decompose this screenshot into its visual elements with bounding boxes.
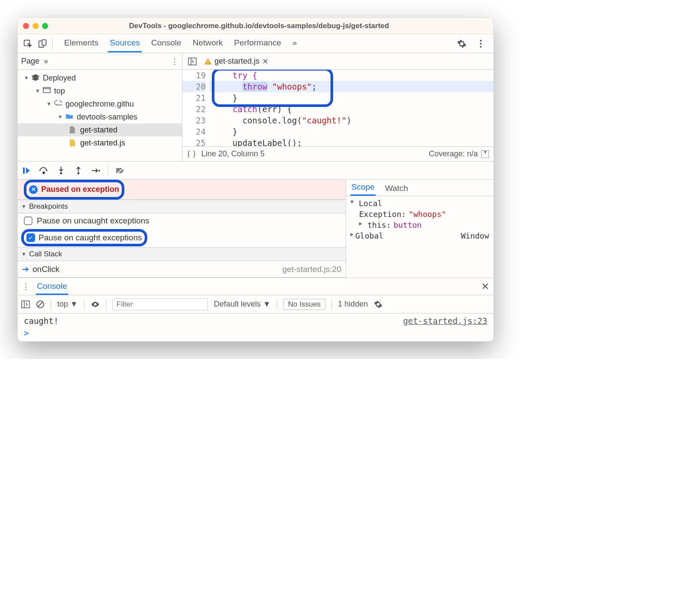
tree-origin[interactable]: ▼googlechrome.githu: [18, 97, 182, 110]
svg-rect-10: [207, 60, 208, 62]
console-sidebar-toggle-icon[interactable]: [21, 300, 30, 308]
tab-elements[interactable]: Elements: [62, 35, 100, 52]
console-filter-input[interactable]: [113, 298, 208, 310]
watch-tab[interactable]: Watch: [384, 181, 409, 196]
paused-status-icon: ✕: [29, 185, 38, 194]
context-selector[interactable]: top ▼: [57, 300, 78, 309]
editor-tab-file[interactable]: get-started.js ✕: [204, 57, 269, 66]
svg-point-15: [78, 172, 80, 174]
svg-rect-18: [22, 301, 29, 308]
drawer-close-icon[interactable]: ✕: [481, 281, 489, 295]
close-window-icon[interactable]: [23, 23, 29, 29]
inspect-element-icon[interactable]: [22, 38, 33, 49]
navigator-pane: Page » ⋮ ▼Deployed ▼top ▼googlechrome.gi…: [18, 53, 182, 161]
coverage-label: Coverage: n/a: [429, 149, 478, 158]
tab-sources[interactable]: Sources: [108, 35, 142, 52]
scope-this[interactable]: ▶this: button: [346, 220, 493, 230]
zoom-window-icon[interactable]: [42, 23, 48, 29]
tab-network[interactable]: Network: [191, 35, 225, 52]
drawer-console-tab[interactable]: Console: [36, 279, 68, 295]
annotation-paused: ✕ Paused on exception: [24, 180, 124, 200]
step-over-icon[interactable]: [39, 165, 49, 176]
code-editor[interactable]: 19 20 21 22 23 24 25 try { throw "whoops…: [182, 70, 493, 146]
pause-caught-label[interactable]: Pause on caught exceptions: [39, 233, 142, 242]
minimize-window-icon[interactable]: [32, 23, 39, 29]
drawer-menu-icon[interactable]: ⋮: [22, 282, 30, 295]
pretty-print-icon[interactable]: { }: [187, 149, 196, 158]
scope-local[interactable]: ▼Local: [346, 198, 493, 209]
deactivate-breakpoints-icon[interactable]: [115, 165, 126, 176]
coverage-toggle-icon[interactable]: ▼: [481, 150, 489, 158]
svg-point-4: [480, 43, 482, 45]
tree-file-js[interactable]: get-started.js: [18, 136, 182, 149]
devtools-window: DevTools - googlechrome.github.io/devtoo…: [17, 17, 494, 342]
cursor-position: Line 20, Column 5: [201, 149, 265, 158]
debugger-toolbar: [18, 162, 493, 180]
titlebar: DevTools - googlechrome.github.io/devtoo…: [18, 18, 493, 34]
no-issues-button[interactable]: No Issues: [283, 299, 326, 310]
drawer-tabs: ⋮ Console ✕: [18, 278, 493, 295]
console-toolbar: top ▼ Default levels ▼ No Issues 1 hidde…: [18, 295, 493, 313]
pause-uncaught-checkbox[interactable]: Pause on uncaught exceptions: [18, 213, 346, 228]
console-log-source-link[interactable]: get-started.js:23: [403, 316, 487, 326]
checkbox-unchecked-icon: [24, 216, 32, 225]
hidden-count: 1 hidden: [338, 300, 368, 309]
window-title: DevTools - googlechrome.github.io/devtoo…: [54, 22, 488, 30]
tree-top[interactable]: ▼top: [18, 84, 182, 97]
more-tabs[interactable]: »: [291, 35, 299, 52]
annotation-pause-caught: ✓ Pause on caught exceptions: [21, 229, 147, 246]
close-tab-icon[interactable]: ✕: [262, 57, 269, 66]
call-stack-frame[interactable]: ➔ onClick get-started.js:20: [18, 261, 346, 278]
toggle-navigator-icon[interactable]: [187, 56, 198, 67]
device-toolbar-icon[interactable]: [37, 38, 48, 49]
scope-exception: Exception: "whoops": [346, 209, 493, 220]
svg-rect-2: [42, 39, 46, 45]
panel-tabs: Elements Sources Console Network Perform…: [62, 35, 454, 52]
step-out-icon[interactable]: [73, 165, 84, 176]
scope-tab[interactable]: Scope: [350, 180, 376, 196]
console-body: caught! get-started.js:23 >: [18, 313, 493, 341]
svg-point-3: [480, 40, 482, 42]
annotation-try-block: [212, 70, 333, 107]
navigator-page-tab[interactable]: Page: [21, 57, 39, 66]
svg-point-13: [43, 172, 45, 174]
levels-selector[interactable]: Default levels ▼: [214, 300, 271, 309]
svg-line-21: [38, 302, 43, 307]
debugger-sidebar: ✕ Paused on exception ▼Breakpoints Pause…: [18, 180, 346, 278]
svg-point-16: [98, 170, 100, 171]
call-stack-header[interactable]: ▼Call Stack: [18, 247, 346, 261]
console-log-row[interactable]: caught! get-started.js:23: [18, 315, 493, 326]
svg-point-5: [480, 46, 482, 48]
tab-console[interactable]: Console: [149, 35, 183, 52]
kebab-menu-icon[interactable]: [475, 38, 486, 49]
svg-rect-11: [207, 63, 208, 64]
navigator-menu-icon[interactable]: ⋮: [171, 57, 178, 66]
svg-point-14: [60, 172, 62, 174]
tree-deployed[interactable]: ▼Deployed: [18, 71, 182, 84]
step-icon[interactable]: [91, 165, 101, 176]
console-prompt[interactable]: >: [18, 326, 493, 339]
editor-pane: get-started.js ✕ 19 20 21 22 23 24 25 tr…: [182, 53, 493, 161]
checkbox-checked-icon[interactable]: ✓: [26, 233, 35, 242]
step-into-icon[interactable]: [56, 165, 66, 176]
file-tree: ▼Deployed ▼top ▼googlechrome.githu ▼devt…: [18, 70, 182, 151]
svg-rect-6: [43, 87, 50, 93]
warning-icon: [204, 58, 212, 65]
clear-console-icon[interactable]: [36, 300, 45, 309]
live-expression-icon[interactable]: [91, 301, 100, 308]
more-navigator-tabs[interactable]: »: [44, 57, 48, 66]
tree-folder[interactable]: ▼devtools-samples: [18, 110, 182, 123]
main-toolbar: Elements Sources Console Network Perform…: [18, 34, 493, 53]
settings-gear-icon[interactable]: [456, 38, 467, 49]
scope-pane: Scope Watch ▼Local Exception: "whoops" ▶…: [346, 180, 493, 278]
tab-performance[interactable]: Performance: [232, 35, 283, 52]
current-frame-icon: ➔: [22, 264, 29, 274]
console-settings-gear-icon[interactable]: [374, 300, 382, 309]
traffic-lights: [23, 23, 48, 29]
resume-icon[interactable]: [21, 165, 32, 176]
svg-rect-12: [23, 168, 25, 174]
scope-global[interactable]: ▶GlobalWindow: [346, 230, 493, 241]
breakpoints-header[interactable]: ▼Breakpoints: [18, 200, 346, 213]
paused-message: Paused on exception: [41, 185, 119, 194]
tree-file-html[interactable]: get-started: [18, 123, 182, 136]
